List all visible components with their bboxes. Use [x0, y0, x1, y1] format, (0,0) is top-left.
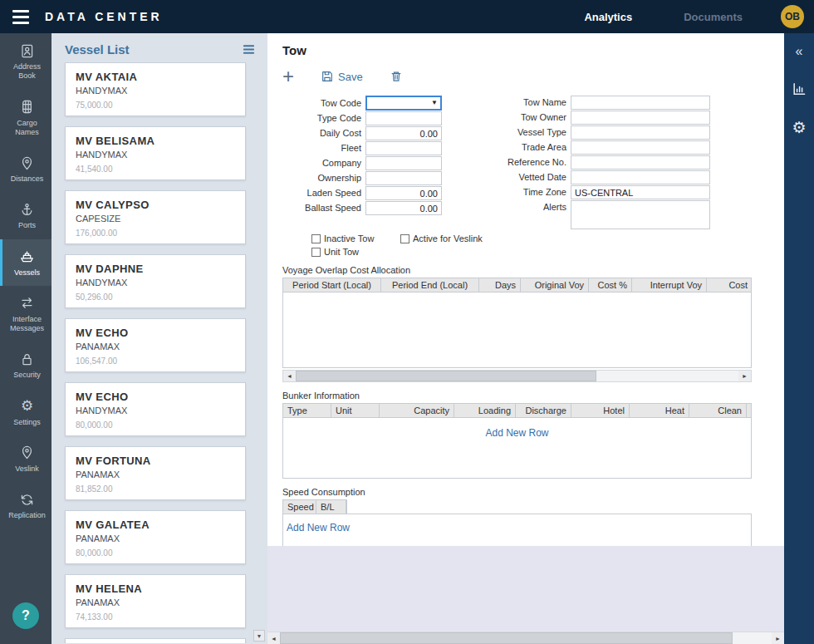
user-avatar[interactable]: OB — [781, 5, 804, 28]
scrollbar-thumb[interactable] — [296, 371, 596, 381]
tow-name-input[interactable] — [571, 96, 710, 110]
tow-code-select[interactable]: ▼ — [365, 96, 442, 111]
vessel-card[interactable]: MV DAPHNEHANDYMAX50,296.00 — [65, 254, 246, 308]
vessel-card[interactable]: MV HELENAPANAMAX74,133.00 — [65, 574, 246, 628]
scroll-left-button[interactable]: ◄ — [267, 632, 280, 644]
discharge-column-header: Discharge — [516, 404, 571, 417]
vessel-type: HANDYMAX — [76, 406, 235, 415]
vessel-card[interactable]: MV AKTAIAHANDYMAX75,000.00 — [65, 62, 246, 116]
interrupt-voy-column-header: Interrupt Voy — [632, 278, 707, 292]
scrollbar-thumb[interactable] — [280, 632, 733, 644]
voyage-table-hscrollbar[interactable]: ◄ ► — [282, 370, 752, 382]
vessel-type-input[interactable] — [571, 125, 710, 140]
vessel-list-panel: Vessel List MV AKTAIAHANDYMAX75,000.00MV… — [51, 33, 267, 644]
nav-analytics[interactable]: Analytics — [584, 11, 632, 23]
vessel-list-scroll-down-button[interactable]: ▼ — [253, 630, 265, 642]
cost-column-header: Cost — [707, 278, 751, 292]
scroll-right-button[interactable]: ► — [772, 632, 784, 644]
speed-add-new-row-link[interactable]: Add New Row — [287, 522, 350, 533]
settings-gear-icon[interactable]: ⚙ — [792, 120, 806, 135]
sidebar-item-vessels[interactable]: Vessels — [0, 239, 51, 286]
sidebar-item-ports[interactable]: Ports — [0, 192, 51, 238]
sidebar-item-cargo-names[interactable]: Cargo Names — [0, 90, 51, 146]
ballast-speed-row: Ballast Speed — [282, 201, 461, 215]
hamburger-menu-icon[interactable] — [10, 8, 32, 26]
sidebar-item-replication[interactable]: Replication — [0, 482, 51, 528]
sidebar-item-interface-messages[interactable]: Interface Messages — [0, 286, 51, 342]
sidebar-item-settings[interactable]: ⚙Settings — [0, 389, 51, 435]
tow-panel: Tow + Save Tow Code▼Type CodeDaily CostF… — [267, 33, 784, 546]
checkbox-icon — [400, 234, 409, 243]
vessel-card[interactable]: MV ECHOPANAMAX106,547.00 — [65, 318, 246, 372]
app-body: Address BookCargo NamesDistancesPortsVes… — [0, 33, 814, 644]
help-button[interactable]: ? — [12, 602, 39, 629]
vessel-card[interactable] — [65, 638, 246, 643]
tow-owner-input[interactable] — [571, 111, 710, 125]
collapse-panel-icon[interactable]: « — [796, 45, 803, 58]
nav-documents[interactable]: Documents — [684, 11, 743, 23]
vessel-type-row: Vessel Type — [478, 125, 727, 140]
sidebar-item-address-book[interactable]: Address Book — [0, 33, 51, 90]
scroll-left-button[interactable]: ◄ — [283, 371, 296, 381]
alerts-input[interactable] — [571, 200, 710, 229]
checkbox-icon — [311, 234, 321, 243]
vessel-list-header: Vessel List — [51, 33, 267, 62]
page-title: Tow — [282, 43, 771, 57]
analytics-chart-icon[interactable] — [792, 81, 807, 96]
time-zone-input[interactable] — [571, 185, 710, 199]
scroll-right-button[interactable]: ► — [738, 371, 751, 381]
clean-column-header: Clean — [689, 404, 747, 417]
vessels-icon — [19, 248, 35, 265]
main-hscrollbar[interactable]: ◄ ► — [267, 632, 784, 644]
ballast-speed-input[interactable] — [365, 201, 442, 215]
bunker-table: TypeUnitCapacityLoadingDischargeHotelHea… — [282, 403, 752, 479]
vessel-card[interactable]: MV ECHOHANDYMAX80,000.00 — [65, 382, 246, 436]
cargo-names-icon — [19, 99, 35, 116]
scrollbar-track[interactable] — [296, 371, 738, 381]
sidebar-item-distances[interactable]: Distances — [0, 145, 51, 192]
speed-table-header: SpeedB/L — [282, 499, 347, 514]
vessel-card[interactable]: MV BELISAMAHANDYMAX41,540.00 — [65, 126, 246, 180]
save-icon — [321, 70, 334, 83]
period-start-local-column-header: Period Start (Local) — [283, 278, 381, 292]
laden-speed-input[interactable] — [365, 186, 442, 200]
ownership-input[interactable] — [365, 171, 442, 185]
hotel-column-header: Hotel — [571, 404, 630, 417]
vessel-card[interactable]: MV FORTUNAPANAMAX81,852.00 — [65, 446, 246, 500]
bunker-add-new-row-link[interactable]: Add New Row — [485, 427, 548, 439]
active-for-veslink-checkbox[interactable]: Active for Veslink — [400, 234, 483, 243]
unit-column-header: Unit — [331, 404, 380, 417]
company-input[interactable] — [365, 156, 442, 170]
unit-tow-checkbox[interactable]: Unit Tow — [311, 247, 359, 257]
vessel-dwt: 41,540.00 — [76, 165, 235, 174]
type-code-input[interactable] — [365, 111, 442, 125]
company-row: Company — [282, 156, 461, 170]
list-options-icon[interactable] — [242, 42, 256, 57]
vetted-date-input[interactable] — [571, 170, 710, 184]
reference-no-input[interactable] — [571, 155, 710, 170]
sidebar-item-label: Interface Messages — [4, 315, 50, 334]
vessel-card[interactable]: MV GALATEAPANAMAX80,000.00 — [65, 510, 246, 564]
vessel-dwt: 81,852.00 — [76, 484, 235, 494]
checkbox-row-1: Inactive Tow Active for Veslink — [311, 234, 771, 243]
sidebar-item-veslink[interactable]: Veslink — [0, 435, 51, 482]
inactive-tow-checkbox[interactable]: Inactive Tow — [311, 234, 400, 243]
sidebar-item-label: Security — [13, 371, 41, 380]
add-button[interactable]: + — [282, 69, 294, 84]
trade-area-input[interactable] — [571, 140, 710, 155]
fleet-input[interactable] — [365, 141, 442, 155]
save-button[interactable]: Save — [321, 70, 363, 83]
vessel-type: PANAMAX — [76, 597, 235, 607]
daily-cost-input[interactable] — [365, 126, 442, 140]
vessel-type-label: Vessel Type — [478, 125, 571, 140]
speed-table-body: Add New Row — [282, 514, 752, 546]
tow-code-label: Tow Code — [282, 96, 365, 111]
sidebar-item-security[interactable]: Security — [0, 342, 51, 388]
vessel-card[interactable]: MV CALYPSOCAPESIZE176,000.00 — [65, 190, 246, 244]
delete-icon[interactable] — [390, 70, 403, 83]
laden-speed-row: Laden Speed — [282, 186, 461, 200]
vetted-date-label: Vetted Date — [478, 170, 571, 184]
sidebar-item-label: Ports — [18, 221, 36, 230]
scrollbar-track[interactable] — [280, 632, 772, 644]
tow-form: Tow Code▼Type CodeDaily CostFleetCompany… — [282, 96, 771, 230]
